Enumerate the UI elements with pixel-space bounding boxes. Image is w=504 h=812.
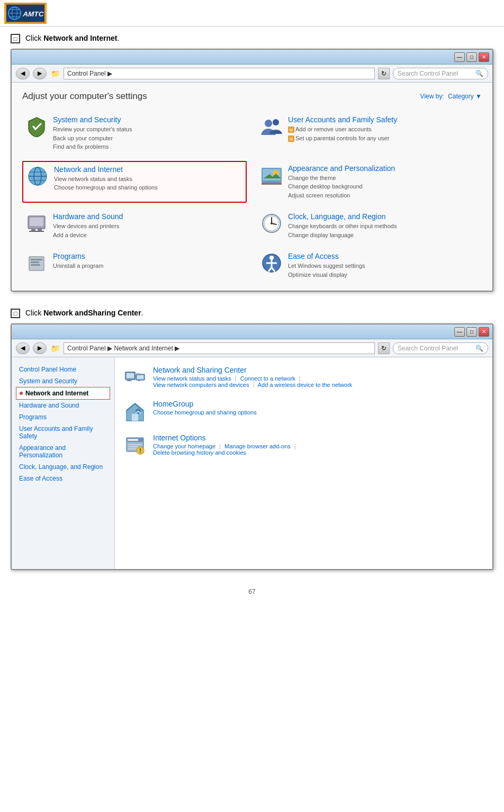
folder-icon1: 📁: [50, 68, 60, 79]
sidebar-item-network-internet[interactable]: Network and Internet: [16, 387, 110, 400]
forward-button1[interactable]: ▶: [33, 68, 47, 79]
svg-rect-21: [262, 183, 282, 185]
sidebar-item-user-accounts[interactable]: User Accounts and Family Safety: [16, 423, 110, 442]
cat-user-accounts[interactable]: User Accounts and Family Safety UAdd or …: [257, 112, 482, 155]
sep3: |: [253, 382, 254, 388]
forward-button2[interactable]: ▶: [33, 342, 47, 354]
sidebar-item-system-security[interactable]: System and Security: [16, 375, 110, 387]
step2-arrow: □: [11, 309, 20, 318]
appearance-name[interactable]: Appearance and Personalization: [288, 164, 395, 173]
sidebar-item-hardware-sound[interactable]: Hardware and Sound: [16, 400, 110, 411]
cp-header: Adjust your computer's settings View by:…: [22, 91, 482, 102]
svg-rect-26: [38, 229, 42, 231]
svg-point-63: [140, 452, 141, 453]
svg-point-38: [269, 256, 274, 260]
cat-programs[interactable]: Programs Uninstall a program: [22, 249, 247, 282]
panel-internet-options: Internet Options Change your homepage | …: [123, 434, 484, 457]
svg-rect-25: [31, 229, 35, 231]
system-security-text: System and Security Review your computer…: [53, 115, 132, 151]
refresh-button2[interactable]: ↻: [378, 342, 390, 354]
sidebar-item-appearance[interactable]: Appearance and Personalization: [16, 442, 110, 461]
close-button2[interactable]: ✕: [479, 327, 489, 337]
hardware-sound-icon: [25, 212, 48, 234]
refresh-button1[interactable]: ↻: [378, 68, 390, 79]
screenshot2-window: — □ ✕ ◀ ▶ 📁 Control Panel ▶ Network and …: [11, 323, 493, 570]
step1-instruction: □ Click Network and Internet.: [0, 26, 504, 49]
change-homepage-link[interactable]: Change your homepage: [153, 443, 215, 449]
ease-access-name[interactable]: Ease of Access: [288, 252, 365, 260]
viewby-dropdown[interactable]: Category ▼: [448, 93, 482, 100]
sep2: |: [299, 375, 301, 382]
add-wireless-link[interactable]: Add a wireless device to the network: [258, 382, 353, 388]
cp-content1: Adjust your computer's settings View by:…: [12, 83, 492, 291]
svg-point-8: [265, 120, 272, 127]
address-path1[interactable]: Control Panel ▶: [64, 68, 375, 79]
programs-name[interactable]: Programs: [53, 252, 103, 260]
titlebar2-buttons: — □ ✕: [454, 327, 489, 337]
cat-appearance[interactable]: Appearance and Personalization Change th…: [257, 161, 482, 203]
cat-hardware-sound[interactable]: Hardware and Sound View devices and prin…: [22, 209, 247, 242]
cat-system-security[interactable]: System and Security Review your computer…: [22, 112, 247, 155]
connect-network-link[interactable]: Connect to a network: [240, 375, 295, 382]
search-icon2: 🔍: [475, 345, 483, 352]
internet-options-panel-icon: [123, 434, 147, 457]
svg-rect-36: [31, 264, 40, 266]
system-security-name[interactable]: System and Security: [53, 115, 132, 124]
svg-rect-52: [132, 414, 138, 421]
view-computers-link[interactable]: View network computers and devices: [153, 382, 249, 388]
user-accounts-desc: UAdd or remove user accounts USet up par…: [288, 125, 397, 142]
screenshot1-window: — □ ✕ ◀ ▶ 📁 Control Panel ▶ ↻ Search Con…: [11, 49, 493, 292]
network-internet-name[interactable]: Network and Internet: [54, 165, 158, 174]
network-sharing-panel-text: Network and Sharing Center View network …: [153, 366, 352, 388]
user-accounts-name[interactable]: User Accounts and Family Safety: [288, 115, 397, 124]
sidebar-item-control-panel-home[interactable]: Control Panel Home: [16, 364, 110, 375]
sidebar-nav: Control Panel Home System and Security N…: [12, 357, 115, 569]
sidebar-item-programs[interactable]: Programs: [16, 411, 110, 423]
cat-clock-language[interactable]: Clock, Language, and Region Change keybo…: [257, 209, 482, 242]
svg-rect-34: [31, 259, 42, 260]
ease-access-text: Ease of Access Let Windows suggest setti…: [288, 252, 365, 279]
svg-rect-33: [29, 257, 44, 270]
step2-text: Click Network andSharing Center.: [25, 309, 143, 317]
manage-addons-link[interactable]: Manage browser add-ons: [224, 443, 291, 449]
maximize-button1[interactable]: □: [466, 52, 477, 62]
network-sharing-panel-title[interactable]: Network and Sharing Center: [153, 366, 352, 374]
close-button1[interactable]: ✕: [479, 52, 489, 62]
delete-history-link[interactable]: Delete browsing history and cookies: [153, 449, 246, 456]
clock-language-name[interactable]: Clock, Language, and Region: [288, 212, 397, 221]
search-box1[interactable]: Search Control Panel 🔍: [393, 68, 488, 79]
hardware-sound-name[interactable]: Hardware and Sound: [53, 212, 123, 221]
titlebar1: — □ ✕: [12, 50, 492, 65]
programs-text: Programs Uninstall a program: [53, 252, 103, 270]
homegroup-panel-title[interactable]: HomeGroup: [153, 400, 257, 408]
minimize-button1[interactable]: —: [454, 52, 465, 62]
path-text2: Control Panel ▶ Network and Internet ▶: [67, 345, 179, 352]
ease-access-desc: Let Windows suggest settingsOptimize vis…: [288, 261, 365, 279]
minimize-button2[interactable]: —: [454, 327, 465, 337]
maximize-button2[interactable]: □: [466, 327, 477, 337]
cat-ease-access[interactable]: Ease of Access Let Windows suggest setti…: [257, 249, 482, 282]
search-box2[interactable]: Search Control Panel 🔍: [393, 342, 488, 354]
svg-rect-59: [128, 446, 139, 447]
sep1: |: [235, 375, 237, 382]
homegroup-panel-text: HomeGroup Choose homegroup and sharing o…: [153, 400, 257, 416]
user-accounts-icon: [260, 115, 283, 138]
step2-bold: Network andSharing Center: [43, 309, 141, 317]
internet-options-panel-title[interactable]: Internet Options: [153, 434, 298, 442]
sidebar-item-clock-language[interactable]: Clock, Language, and Region: [16, 461, 110, 473]
address-path2[interactable]: Control Panel ▶ Network and Internet ▶: [64, 342, 375, 354]
sep5: |: [294, 443, 296, 449]
sidebar-item-ease-access[interactable]: Ease of Access: [16, 473, 110, 484]
system-security-icon: [25, 115, 48, 138]
svg-point-9: [273, 119, 279, 125]
back-button1[interactable]: ◀: [16, 68, 30, 79]
cat-network-internet[interactable]: Network and Internet View network status…: [22, 161, 247, 203]
programs-icon: [25, 252, 48, 274]
choose-homegroup-link[interactable]: Choose homegroup and sharing options: [153, 409, 257, 416]
back-button2[interactable]: ◀: [16, 342, 30, 354]
appearance-icon: [260, 164, 283, 186]
svg-rect-24: [30, 218, 43, 226]
step1-text: Click Network and Internet.: [25, 34, 119, 42]
addressbar1: ◀ ▶ 📁 Control Panel ▶ ↻ Search Control P…: [12, 65, 492, 83]
view-network-status-link[interactable]: View network status and tasks: [153, 375, 231, 382]
